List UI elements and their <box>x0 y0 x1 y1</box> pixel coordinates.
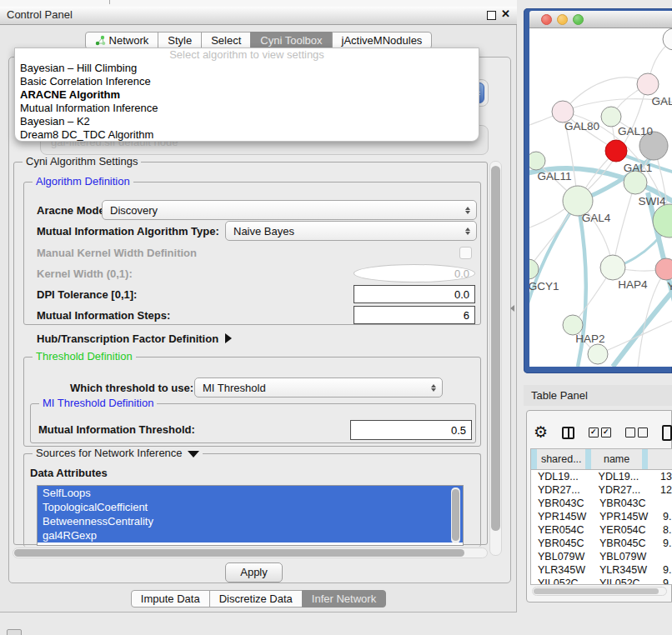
network-node[interactable] <box>663 28 672 50</box>
control-panel-titlebar <box>0 7 517 25</box>
hub-definition-toggle[interactable]: Hub/Transcription Factor Definition <box>37 332 232 345</box>
aracne-mode-select[interactable]: Discovery <box>102 200 477 220</box>
zoom-light-icon[interactable] <box>573 14 584 25</box>
data-attributes-list[interactable]: SelfLoopsTopologicalCoefficientBetweenne… <box>37 485 464 546</box>
float-window-icon[interactable] <box>487 11 496 20</box>
group-title: Threshold Definition <box>33 350 136 362</box>
algorithm-option-bayesian-k2[interactable]: Bayesian – K2 <box>15 115 479 128</box>
dpi-tolerance-field[interactable]: 0.0 <box>354 285 475 303</box>
settings-horizontal-scrollbar-thumb[interactable] <box>14 549 464 557</box>
desktop: { "window": { "title": "Control Panel" }… <box>0 0 672 635</box>
algorithm-option-aracne-algorithm[interactable]: ARACNE Algorithm <box>15 88 479 102</box>
attributes-scrollbar-thumb[interactable] <box>452 489 459 541</box>
table-row[interactable]: YIL052CYIL052C9 <box>531 577 672 585</box>
gear-icon[interactable]: ⚙ <box>534 423 548 442</box>
table-header-row: shared...name <box>530 448 672 470</box>
tab-jactivemnodules[interactable]: jActiveMNodules <box>332 32 433 49</box>
network-node[interactable] <box>601 107 621 127</box>
mi-threshold-label: Mutual Information Threshold: <box>38 423 195 436</box>
cell-value: 9. <box>656 537 671 550</box>
select-all-icon[interactable]: ✓✓ <box>589 428 611 438</box>
network-edge[interactable] <box>613 182 635 268</box>
tab-network[interactable]: Network <box>85 32 159 49</box>
tab-select[interactable]: Select <box>201 32 251 49</box>
close-icon[interactable]: ✕ <box>501 8 510 20</box>
table-row[interactable]: YBL079WYBL079W <box>531 550 672 563</box>
network-node[interactable] <box>655 258 672 280</box>
tab-cyni-toolbox[interactable]: Cyni Toolbox <box>250 32 332 49</box>
apply-button[interactable]: Apply <box>225 562 283 582</box>
kernel-width-field[interactable]: 0.0 <box>354 264 475 282</box>
node-label-gal10: GAL10 <box>618 125 653 138</box>
table-row[interactable]: YDR27...YDR27...12 <box>531 483 672 497</box>
cell-name: YBR045C <box>594 537 656 550</box>
table-row[interactable]: YER054CYER054C8. <box>531 523 672 537</box>
network-node[interactable] <box>637 73 659 95</box>
collapsed-arrow-icon <box>225 333 232 343</box>
node-label-hap2: HAP2 <box>575 332 604 345</box>
close-light-icon[interactable] <box>541 14 552 25</box>
tab-label: Select <box>211 32 241 49</box>
network-edge[interactable] <box>613 278 672 367</box>
network-edge[interactable] <box>563 78 648 112</box>
algorithm-option-dream8-dc-tdc-algorithm[interactable]: Dream8 DC_TDC Algorithm <box>15 128 479 142</box>
table-row[interactable]: YDL19...YDL19...13 <box>531 470 672 483</box>
hub-definition-label: Hub/Transcription Factor Definition <box>37 332 218 345</box>
tab-discretize-data[interactable]: Discretize Data <box>209 590 303 608</box>
control-panel-title: Control Panel <box>7 8 73 21</box>
tab-label: Impute Data <box>141 590 200 608</box>
attribute-betweennesscentrality[interactable]: BetweennessCentrality <box>38 514 463 528</box>
network-graph: GALGAL80GAL10GAL1GAL11SWI4GAL4GCY1HAP4YH… <box>529 28 672 367</box>
algorithm-option-basic-correlation-inference[interactable]: Basic Correlation Inference <box>15 75 479 88</box>
cell-shared-name: YIL052C <box>531 577 594 585</box>
cell-name: YLR345W <box>594 563 656 577</box>
network-node[interactable] <box>605 140 627 162</box>
cell-shared-name: YDL19... <box>531 470 594 483</box>
table-row[interactable]: YBR045CYBR045C9. <box>531 537 672 550</box>
network-node[interactable] <box>588 344 608 364</box>
cell-name: YPR145W <box>594 510 656 523</box>
which-threshold-select[interactable]: MI Threshold <box>194 378 443 398</box>
algorithm-option-mutual-information-inference[interactable]: Mutual Information Inference <box>15 102 479 115</box>
column-header-shared[interactable]: shared... <box>531 449 585 469</box>
tab-style[interactable]: Style <box>158 32 202 49</box>
cell-value: 9. <box>656 510 671 523</box>
cell-shared-name: YBL079W <box>531 550 594 563</box>
network-canvas[interactable]: GALGAL80GAL10GAL1GAL11SWI4GAL4GCY1HAP4YH… <box>529 28 672 367</box>
node-label-hap4: HAP4 <box>618 278 648 291</box>
table-panel-title: Table Panel <box>531 389 588 402</box>
network-node[interactable] <box>529 152 545 170</box>
table-row[interactable]: YPR145WYPR145W9. <box>531 510 672 523</box>
column-header-col3[interactable] <box>642 449 672 469</box>
cell-shared-name: YBR043C <box>531 497 594 510</box>
attribute-selfloops[interactable]: SelfLoops <box>38 486 463 500</box>
mi-threshold-field[interactable]: 0.5 <box>350 420 472 440</box>
attribute-gal4rgexp[interactable]: gal4RGexp <box>38 528 463 542</box>
table-row[interactable]: YLR345WYLR345W9. <box>531 563 672 577</box>
algorithm-dropdown-popup: Select algorithm to view settings Bayesi… <box>14 48 479 142</box>
deselect-all-icon[interactable] <box>625 428 648 438</box>
dropdown-hint: Select algorithm to view settings <box>15 48 479 62</box>
split-view-icon[interactable] <box>562 427 574 439</box>
dropdown-item-list: Bayesian – Hill ClimbingBasic Correlatio… <box>15 62 479 142</box>
tab-impute-data[interactable]: Impute Data <box>131 590 210 608</box>
table-body: YDL19...YDL19...13YDR27...YDR27...12YBR0… <box>530 470 672 585</box>
network-node[interactable] <box>600 255 625 280</box>
algorithm-option-bayesian-hill-climbing[interactable]: Bayesian – Hill Climbing <box>15 62 479 75</box>
settings-vertical-scrollbar-thumb[interactable] <box>491 166 500 531</box>
table-row[interactable]: YBR043CYBR043C <box>531 497 672 510</box>
minimize-light-icon[interactable] <box>557 14 568 25</box>
sources-toggle[interactable]: Sources for Network Inference <box>33 447 203 459</box>
splitpane-collapse-icon[interactable] <box>510 305 514 312</box>
mi-algorithm-type-select[interactable]: Naive Bayes <box>225 221 477 241</box>
bottom-left-chip[interactable] <box>7 629 22 635</box>
table-horizontal-scrollbar-thumb[interactable] <box>534 588 659 594</box>
attribute-topologicalcoefficient[interactable]: TopologicalCoefficient <box>38 500 463 514</box>
cell-value: 9 <box>656 577 669 585</box>
manual-kernel-width-checkbox[interactable] <box>459 247 472 259</box>
network-node[interactable] <box>624 171 647 194</box>
column-header-name[interactable]: name <box>585 449 641 469</box>
new-document-icon[interactable] <box>662 425 672 441</box>
tab-infer-network[interactable]: Infer Network <box>302 590 386 608</box>
mi-steps-field[interactable]: 6 <box>354 306 475 324</box>
